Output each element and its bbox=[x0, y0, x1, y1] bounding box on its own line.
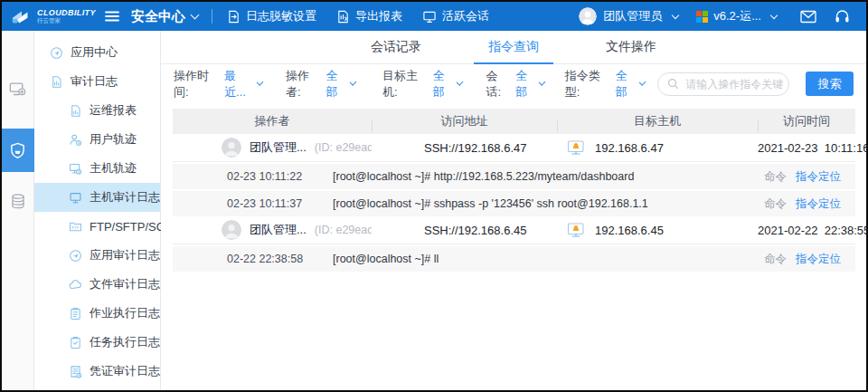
chevron-down-icon bbox=[770, 11, 778, 18]
log-mask-settings-button[interactable]: 日志脱敏设置 bbox=[227, 8, 316, 24]
sidebar-item-user-track[interactable]: 用户轨迹 bbox=[34, 125, 160, 154]
tab-session-records[interactable]: 会话记录 bbox=[356, 31, 436, 64]
log-mask-icon bbox=[227, 10, 241, 24]
locate-command-link[interactable]: 指令定位 bbox=[796, 196, 841, 212]
chevron-down-icon bbox=[672, 11, 679, 18]
chevron-down-icon bbox=[639, 79, 646, 86]
database-icon bbox=[10, 193, 26, 210]
sidebar-item-task-exec-log[interactable]: 任务执行日志 bbox=[34, 328, 160, 357]
brand-logo-icon bbox=[11, 7, 33, 25]
operator-cell: 团队管理... (ID: e29ead5ed7ea23) bbox=[173, 220, 372, 240]
search-input[interactable] bbox=[684, 77, 785, 91]
command-type-label: 命令 bbox=[764, 252, 787, 267]
header-target-host: 目标主机 bbox=[557, 113, 758, 129]
mail-button[interactable] bbox=[800, 10, 816, 24]
main-content: 会话记录 指令查询 文件操作 操作时间: 最近... 操作者: 全部 目标主机:… bbox=[161, 31, 866, 390]
filter-op-time: 操作时间: 最近... bbox=[174, 68, 262, 100]
filter-session-dropdown[interactable]: 全部 bbox=[515, 68, 544, 100]
address-cell: SSH://192.168.6.45 bbox=[372, 224, 557, 237]
module-rail bbox=[2, 31, 34, 390]
brand-logo[interactable]: CLOUDBILITY 行云管家 bbox=[11, 7, 96, 25]
command-type-label: 命令 bbox=[764, 169, 787, 185]
support-button[interactable] bbox=[835, 9, 850, 24]
task-exec-log-icon bbox=[69, 336, 82, 349]
chevron-down-icon bbox=[457, 79, 464, 86]
job-exec-log-icon bbox=[69, 307, 82, 320]
chevron-down-icon bbox=[190, 11, 199, 20]
apps-grid-icon bbox=[696, 11, 708, 23]
host-audit-log-icon bbox=[69, 191, 82, 205]
locate-command-link[interactable]: 指令定位 bbox=[796, 169, 841, 185]
tab-file-operations[interactable]: 文件操作 bbox=[591, 31, 671, 64]
ops-report-icon bbox=[69, 104, 82, 118]
table-header: 操作者 访问地址 目标主机 访问时间 bbox=[173, 109, 855, 134]
sidebar-item-credential-audit-log[interactable]: 凭证审计日志 bbox=[34, 357, 160, 386]
active-session-icon bbox=[422, 10, 437, 24]
sidebar-item-ftp[interactable]: FTP FTP/SFTP/SCP bbox=[34, 212, 160, 241]
command-text: [root@localhost ~]# http://192.168.5.223… bbox=[333, 170, 764, 183]
table-row[interactable]: 团队管理... (ID: e29ead5ed7ea23) SSH://192.1… bbox=[173, 216, 855, 244]
rail-item-database[interactable] bbox=[2, 179, 34, 223]
host-add-icon bbox=[9, 81, 26, 97]
export-report-button[interactable]: 导出报表 bbox=[336, 8, 402, 24]
tab-command-query[interactable]: 指令查询 bbox=[474, 31, 553, 64]
file-audit-log-icon bbox=[69, 278, 82, 292]
search-icon bbox=[667, 78, 679, 90]
app-switcher[interactable]: 安全中心 bbox=[131, 8, 198, 25]
shield-icon bbox=[9, 142, 26, 159]
search-box bbox=[657, 72, 789, 96]
filter-bar: 操作时间: 最近... 操作者: 全部 目标主机: 全部 会话: 全部 指令类型… bbox=[161, 64, 866, 103]
ftp-icon: FTP bbox=[69, 220, 82, 234]
sidebar-item-app-audit-log[interactable]: 应用审计日志 bbox=[34, 241, 160, 270]
sidebar-item-file-audit-log[interactable]: 文件审计日志 bbox=[34, 270, 160, 299]
sidebar-item-app-center[interactable]: 应用中心 bbox=[34, 38, 160, 67]
command-text: [root@localhost ~]# sshpass -p '123456' … bbox=[333, 197, 764, 210]
user-track-icon bbox=[69, 133, 82, 147]
tab-bar: 会话记录 指令查询 文件操作 bbox=[161, 31, 866, 64]
sidebar-item-host-audit-log[interactable]: 主机审计日志 bbox=[34, 183, 160, 212]
active-sessions-button[interactable]: 活跃会话 bbox=[422, 8, 489, 24]
host-track-icon bbox=[69, 162, 82, 176]
app-window: CLOUDBILITY 行云管家 安全中心 日志脱敏设置 导出报表 bbox=[0, 0, 868, 392]
linux-host-icon bbox=[567, 223, 585, 238]
sidebar-item-ops-report[interactable]: 运维报表 bbox=[34, 96, 160, 125]
topbar-divider bbox=[212, 9, 212, 24]
headset-icon bbox=[835, 9, 850, 24]
audit-log-icon bbox=[50, 75, 63, 89]
chevron-down-icon bbox=[539, 79, 546, 86]
topbar: CLOUDBILITY 行云管家 安全中心 日志脱敏设置 导出报表 bbox=[2, 2, 866, 31]
rail-item-security-center[interactable] bbox=[2, 129, 34, 172]
sidebar-item-host-track[interactable]: 主机轨迹 bbox=[34, 154, 160, 183]
rail-item-hosts[interactable] bbox=[2, 67, 34, 110]
avatar bbox=[579, 7, 597, 25]
sidebar-item-job-exec-log[interactable]: 作业执行日志 bbox=[34, 299, 160, 328]
version-menu[interactable]: v6.2-运... bbox=[696, 8, 777, 24]
user-name: 团队管理员 bbox=[603, 8, 662, 24]
access-time-cell: 2021-02-22 22:38:55 bbox=[758, 224, 868, 237]
filter-op-time-dropdown[interactable]: 最近... bbox=[224, 68, 262, 100]
menu-toggle-icon[interactable] bbox=[105, 11, 119, 22]
header-address: 访问地址 bbox=[372, 113, 557, 129]
avatar bbox=[222, 138, 241, 158]
mail-icon bbox=[800, 10, 816, 24]
page-title: 安全中心 bbox=[131, 8, 185, 25]
command-row: 02-22 22:38:58 [root@localhost ~]# ll 命令… bbox=[173, 246, 855, 272]
filter-target-host-dropdown[interactable]: 全部 bbox=[433, 68, 463, 100]
sidebar-item-audit-logs[interactable]: 审计日志 bbox=[34, 67, 160, 96]
search-button[interactable]: 搜索 bbox=[806, 72, 854, 96]
filter-session: 会话: 全部 bbox=[486, 68, 544, 100]
target-host-cell: 192.168.6.47 bbox=[557, 140, 758, 156]
filter-command-type-dropdown[interactable]: 全部 bbox=[616, 68, 646, 100]
locate-command-link[interactable]: 指令定位 bbox=[796, 252, 841, 267]
filter-operator-dropdown[interactable]: 全部 bbox=[326, 68, 354, 100]
user-menu[interactable]: 团队管理员 bbox=[579, 7, 678, 25]
brand-name: CLOUDBILITY bbox=[37, 9, 96, 17]
command-table: 操作者 访问地址 目标主机 访问时间 团队管理... (ID: e29ead5e… bbox=[173, 109, 855, 272]
table-row[interactable]: 团队管理... (ID: e29ead5ed7ea23) SSH://192.1… bbox=[173, 134, 855, 162]
filter-target-host: 目标主机: 全部 bbox=[382, 68, 462, 100]
chevron-down-icon bbox=[349, 79, 356, 86]
header-access-time: 访问时间 bbox=[758, 113, 855, 129]
command-time: 02-23 10:11:22 bbox=[227, 170, 326, 183]
filter-command-type: 指令类型: 全部 bbox=[565, 68, 645, 100]
linux-host-icon bbox=[567, 140, 585, 156]
